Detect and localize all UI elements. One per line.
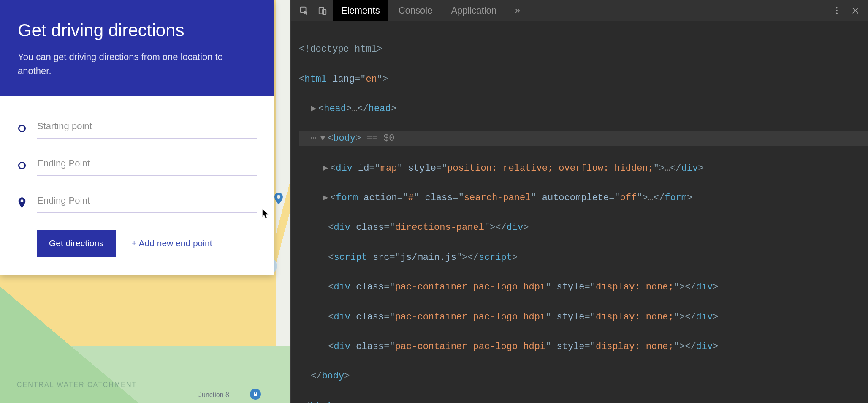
devtools-tabbar: Elements Console Application » <box>291 0 868 21</box>
destination-input[interactable] <box>37 193 257 213</box>
inspect-element-icon[interactable] <box>296 2 312 19</box>
tab-application[interactable]: Application <box>442 0 505 21</box>
src-doctype: <!doctype html> <box>299 44 382 54</box>
close-devtools-icon[interactable] <box>847 2 864 19</box>
page-subtitle: You can get driving directions from one … <box>18 50 257 78</box>
selected-node[interactable]: ⋯▼<body> == $0 <box>299 131 868 146</box>
waypoint-input[interactable] <box>37 155 257 176</box>
svg-point-4 <box>836 10 838 11</box>
get-directions-button[interactable]: Get directions <box>37 230 116 257</box>
svg-rect-1 <box>319 7 324 14</box>
destination-marker-icon <box>18 197 26 208</box>
waypoint-row <box>18 193 257 213</box>
origin-marker-icon <box>18 125 26 132</box>
lock-badge-icon <box>250 389 261 400</box>
tab-console[interactable]: Console <box>390 0 441 21</box>
add-endpoint-button[interactable]: + Add new end point <box>132 238 212 248</box>
map-marker-icon <box>274 193 283 201</box>
tabs-overflow[interactable]: » <box>507 0 529 21</box>
waypoint-row <box>18 155 257 176</box>
devtools-menu-icon[interactable] <box>828 2 845 19</box>
panel-actions: Get directions + Add new end point <box>37 230 257 257</box>
toggle-device-icon[interactable] <box>314 2 331 19</box>
app-pane: CENTRAL WATER CATCHMENT Junction 8 Get d… <box>0 0 290 403</box>
svg-point-5 <box>836 12 838 14</box>
map-label-primary: CENTRAL WATER CATCHMENT <box>17 381 137 389</box>
waypoint-marker-icon <box>18 162 26 169</box>
origin-input[interactable] <box>37 118 257 139</box>
waypoint-row <box>18 118 257 139</box>
panel-header: Get driving directions You can get drivi… <box>0 0 274 96</box>
map-label-secondary: Junction 8 <box>198 391 229 399</box>
page-title: Get driving directions <box>18 20 257 41</box>
svg-point-3 <box>836 7 838 8</box>
tab-elements[interactable]: Elements <box>333 0 388 21</box>
elements-source-tree[interactable]: <!doctype html> <html lang="en"> ▶<head>… <box>291 21 868 403</box>
panel-body: Get directions + Add new end point <box>0 96 274 275</box>
devtools-pane: Elements Console Application » <!doctype… <box>290 0 868 403</box>
search-panel: Get driving directions You can get drivi… <box>0 0 274 275</box>
